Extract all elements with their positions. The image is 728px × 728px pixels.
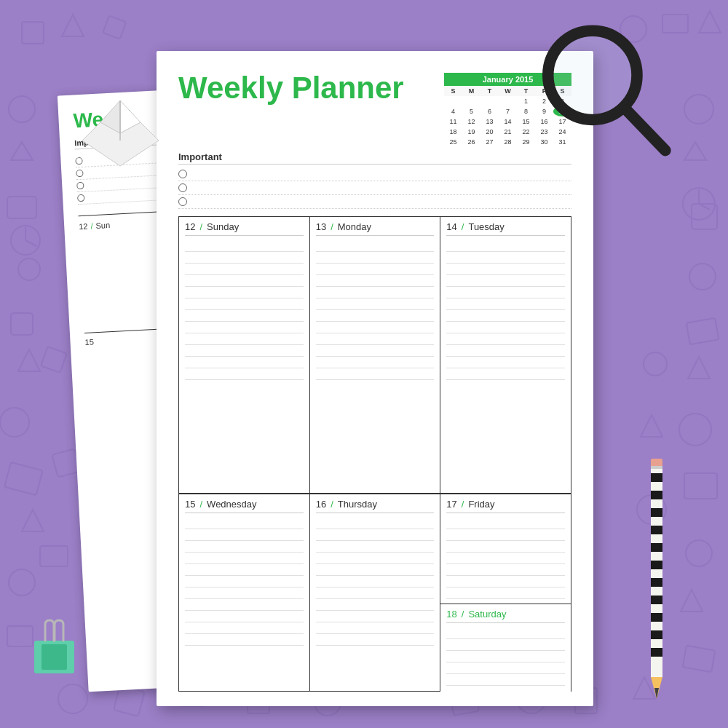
day-name-friday: Friday	[468, 499, 494, 510]
day-cell-wednesday: 15 / Wednesday	[179, 494, 310, 692]
days-row-1: 12 / Sunday	[178, 216, 571, 494]
svg-rect-13	[4, 462, 43, 495]
day-name-monday: Monday	[338, 221, 371, 232]
svg-marker-18	[684, 142, 706, 160]
line	[185, 252, 304, 264]
svg-marker-68	[654, 688, 659, 699]
cal-day: 25	[444, 137, 462, 147]
line	[446, 662, 565, 674]
day-name-thursday: Thursday	[338, 499, 377, 510]
day-header-sunday: 12 / Sunday	[185, 221, 304, 236]
day-number-15: 15	[185, 499, 195, 510]
svg-rect-64	[651, 648, 662, 657]
day-cell-friday: 17 / Friday	[440, 494, 571, 604]
svg-point-51	[554, 36, 632, 114]
cal-th-w: W	[499, 86, 517, 96]
day-header-monday: 13 / Monday	[316, 221, 435, 236]
back-day-name: Sun	[95, 221, 110, 230]
line	[316, 634, 435, 646]
tuesday-lines	[446, 240, 565, 380]
important-line-3	[193, 202, 571, 202]
day-header-tuesday: 14 / Tuesday	[446, 221, 565, 236]
paper-boat-icon	[79, 93, 162, 170]
slash-thursday: /	[331, 499, 333, 510]
slash-friday: /	[462, 499, 464, 510]
friday-saturday-column: 17 / Friday	[440, 494, 571, 692]
svg-point-44	[683, 188, 715, 220]
line	[185, 541, 304, 553]
slash-monday: /	[331, 221, 333, 232]
line	[316, 310, 435, 322]
checkbox-1[interactable]	[178, 170, 187, 178]
line	[185, 576, 304, 587]
cal-day: 13	[480, 116, 499, 127]
svg-point-12	[0, 408, 29, 437]
line	[316, 611, 435, 622]
important-label: Important	[178, 151, 571, 165]
cal-day: 14	[499, 116, 517, 127]
checkbox-2[interactable]	[178, 183, 187, 192]
line	[185, 564, 304, 576]
important-line-2	[193, 188, 571, 189]
day-header-wednesday: 15 / Wednesday	[185, 499, 304, 513]
svg-rect-0	[22, 22, 44, 44]
day-number-16: 16	[316, 499, 326, 510]
day-header-thursday: 16 / Thursday	[316, 499, 435, 513]
line	[185, 587, 304, 599]
important-item-2	[178, 181, 571, 195]
checkbox-3[interactable]	[178, 197, 187, 206]
svg-point-17	[684, 95, 713, 124]
svg-rect-57	[651, 526, 662, 534]
svg-point-20	[689, 264, 716, 290]
svg-rect-27	[683, 646, 716, 672]
svg-point-47	[11, 226, 40, 255]
line	[446, 264, 565, 275]
svg-rect-56	[651, 508, 662, 517]
line	[446, 674, 565, 686]
line	[316, 587, 435, 599]
svg-rect-59	[651, 561, 662, 569]
day-name-wednesday: Wednesday	[207, 499, 256, 510]
svg-point-23	[679, 414, 711, 446]
svg-point-25	[686, 540, 712, 566]
cal-th-m: M	[462, 86, 480, 96]
svg-rect-55	[651, 491, 662, 499]
cal-day: 28	[499, 137, 517, 147]
day-number-13: 13	[316, 221, 326, 232]
important-item-3	[178, 195, 571, 209]
line	[185, 287, 304, 298]
svg-point-9	[18, 258, 40, 280]
line	[185, 333, 304, 345]
important-item-1	[178, 167, 571, 181]
line	[316, 287, 435, 298]
monday-lines	[316, 240, 435, 380]
line	[446, 287, 565, 298]
line	[185, 611, 304, 622]
line	[446, 576, 565, 587]
pencil-icon	[645, 451, 668, 699]
line	[446, 628, 565, 639]
line	[316, 529, 435, 541]
back-checkbox-4	[77, 194, 85, 202]
line	[446, 310, 565, 322]
svg-line-46	[699, 204, 710, 210]
day-number-18: 18	[446, 609, 456, 620]
friday-lines	[446, 518, 565, 599]
line	[185, 264, 304, 275]
svg-point-15	[9, 569, 35, 596]
line	[446, 252, 565, 264]
line	[446, 651, 565, 662]
line	[316, 298, 435, 310]
line	[316, 240, 435, 252]
line	[185, 368, 304, 380]
line	[446, 587, 565, 599]
line	[316, 553, 435, 564]
svg-rect-19	[692, 204, 717, 229]
binder-clip-icon	[31, 619, 78, 677]
slash-wednesday: /	[199, 499, 202, 510]
line	[446, 298, 565, 310]
cal-day	[499, 96, 517, 106]
svg-rect-61	[651, 596, 662, 604]
slash-sunday: /	[199, 221, 202, 232]
line	[446, 368, 565, 380]
